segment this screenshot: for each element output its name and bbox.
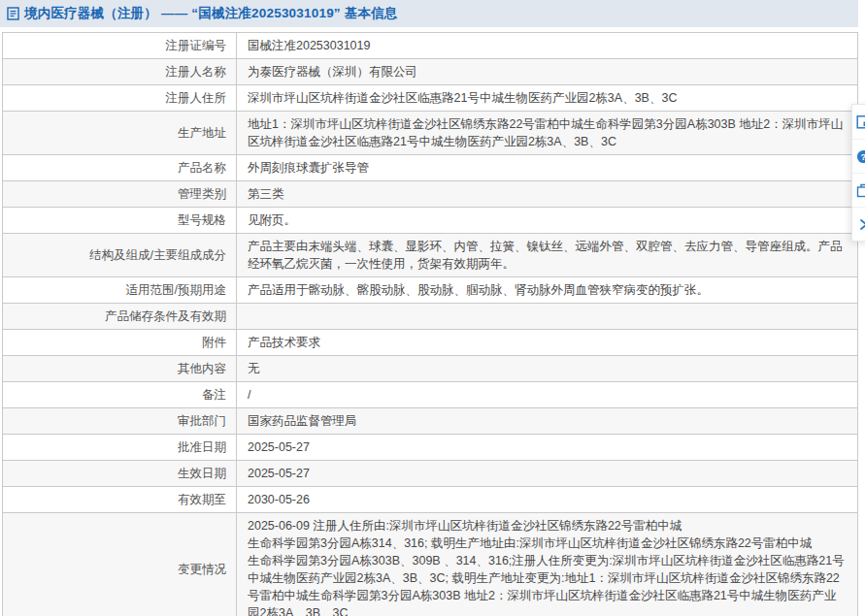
table-row: 生产地址 地址1：深圳市坪山区坑梓街道金沙社区锦绣东路22号雷柏中城生命科学园第… <box>3 111 857 154</box>
table-row: 注册证编号 国械注准20253031019 <box>3 33 857 58</box>
svg-text:?: ? <box>861 150 865 161</box>
table-row: 其他内容 无 <box>3 355 857 381</box>
row-value: 无 <box>237 356 857 381</box>
row-value: 外周刻痕球囊扩张导管 <box>237 155 857 180</box>
page-header: 境内医疗器械（注册） —— “国械注准20253031019” 基本信息 <box>0 0 858 27</box>
row-value: 2025-05-27 <box>237 461 857 486</box>
table-row: 有效期至 2030-05-26 <box>3 486 857 512</box>
row-label: 其他内容 <box>3 356 237 381</box>
row-value: 深圳市坪山区坑梓街道金沙社区临惠路21号中城生物医药产业园2栋3A、3B、3C <box>237 85 857 111</box>
table-row: 注册人住所 深圳市坪山区坑梓街道金沙社区临惠路21号中城生物医药产业园2栋3A、… <box>3 84 857 111</box>
table-row: 产品名称 外周刻痕球囊扩张导管 <box>3 154 857 180</box>
chevron-right-icon <box>856 217 865 232</box>
row-label: 有效期至 <box>3 487 237 512</box>
row-value: 产品适用于髂动脉、髂股动脉、股动脉、腘动脉、肾动脉外周血管狭窄病变的预扩张。 <box>237 277 857 303</box>
row-label: 注册人名称 <box>3 59 237 84</box>
document-icon <box>7 7 19 20</box>
row-label: 批准日期 <box>3 435 237 460</box>
row-label: 生效日期 <box>3 461 237 486</box>
table-row: 管理类别 第三类 <box>3 180 857 207</box>
row-label: 产品储存条件及有效期 <box>3 304 237 329</box>
table-row: 产品储存条件及有效期 <box>3 303 857 329</box>
row-label: 注册证编号 <box>3 33 237 58</box>
row-label: 型号规格 <box>3 208 237 233</box>
table-row: 审批部门 国家药品监督管理局 <box>3 407 857 434</box>
row-value <box>237 304 857 329</box>
compare-icon <box>856 183 865 198</box>
table-row: 备注 / <box>3 381 857 407</box>
feedback-button[interactable] <box>852 105 865 139</box>
row-value: 第三类 <box>237 181 857 207</box>
row-label: 结构及组成/主要组成成分 <box>3 234 237 276</box>
table-row-changes: 变更情况 2025-06-09 注册人住所由:深圳市坪山区坑梓街道金沙社区锦绣东… <box>3 512 857 616</box>
row-label: 适用范围/预期用途 <box>3 277 237 303</box>
collapse-button[interactable] <box>852 207 865 241</box>
row-value: 2025-06-09 注册人住所由:深圳市坪山区坑梓街道金沙社区锦绣东路22号雷… <box>237 513 857 616</box>
row-value: 2030-05-26 <box>237 487 857 512</box>
row-label: 审批部门 <box>3 408 237 434</box>
table-row: 生效日期 2025-05-27 <box>3 460 857 486</box>
info-table: 注册证编号 国械注准20253031019 注册人名称 为泰医疗器械（深圳）有限… <box>2 32 858 616</box>
table-row: 适用范围/预期用途 产品适用于髂动脉、髂股动脉、股动脉、腘动脉、肾动脉外周血管狭… <box>3 276 857 303</box>
table-row: 注册人名称 为泰医疗器械（深圳）有限公司 <box>3 58 857 84</box>
side-toolbar: ? <box>851 104 865 242</box>
row-label: 生产地址 <box>3 112 237 154</box>
table-row: 型号规格 见附页。 <box>3 207 857 233</box>
table-row: 附件 产品技术要求 <box>3 329 857 355</box>
row-value: 地址1：深圳市坪山区坑梓街道金沙社区锦绣东路22号雷柏中城生命科学园第3分园A栋… <box>237 112 857 154</box>
edit-square-icon <box>856 114 865 129</box>
row-value: 国家药品监督管理局 <box>237 408 857 434</box>
row-label: 变更情况 <box>3 513 237 616</box>
row-value: 为泰医疗器械（深圳）有限公司 <box>237 59 857 84</box>
help-circle-icon: ? <box>856 149 865 164</box>
row-label: 产品名称 <box>3 155 237 180</box>
row-label: 管理类别 <box>3 181 237 207</box>
row-label: 附件 <box>3 330 237 355</box>
row-label: 注册人住所 <box>3 85 237 111</box>
row-value: 见附页。 <box>237 208 857 233</box>
compare-button[interactable] <box>852 173 865 207</box>
table-row: 批准日期 2025-05-27 <box>3 434 857 460</box>
row-label: 备注 <box>3 382 237 407</box>
row-value: / <box>237 382 857 407</box>
row-value: 产品技术要求 <box>237 330 857 355</box>
help-button[interactable]: ? <box>852 139 865 173</box>
page-title: 境内医疗器械（注册） —— “国械注准20253031019” 基本信息 <box>24 5 398 22</box>
row-value: 2025-05-27 <box>237 435 857 460</box>
table-row: 结构及组成/主要组成成分 产品主要由末端头端、球囊、显影环、内管、拉簧、镍钛丝、… <box>3 233 857 276</box>
row-value: 产品主要由末端头端、球囊、显影环、内管、拉簧、镍钛丝、远端外管、双腔管、去应力管… <box>237 234 857 276</box>
row-value: 国械注准20253031019 <box>237 33 857 58</box>
